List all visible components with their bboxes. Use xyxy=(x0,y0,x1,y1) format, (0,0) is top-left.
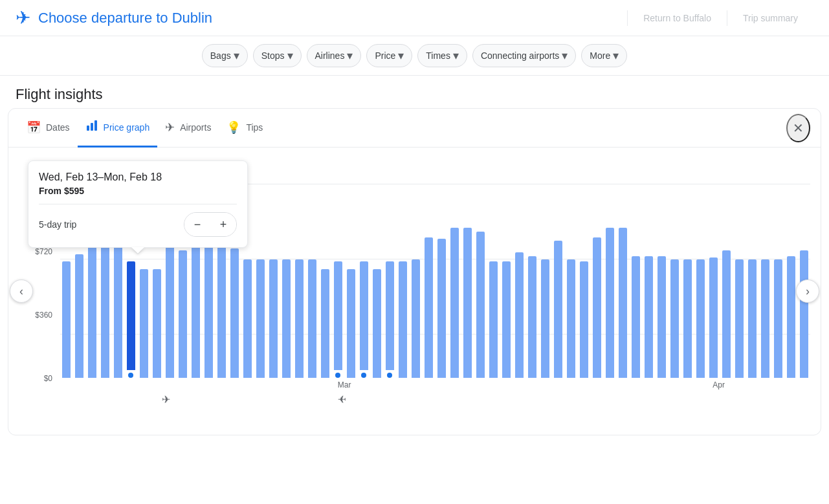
price-bar[interactable] xyxy=(269,259,278,378)
filter-stops[interactable]: Stops ▾ xyxy=(253,44,302,67)
bar-group[interactable] xyxy=(656,256,667,378)
price-bar[interactable] xyxy=(62,261,71,378)
bar-group[interactable] xyxy=(371,269,382,378)
bar-group[interactable] xyxy=(759,259,771,378)
bar-group[interactable] xyxy=(681,259,693,378)
bar-group[interactable] xyxy=(448,228,460,378)
bar-group[interactable] xyxy=(539,259,551,378)
price-bar[interactable] xyxy=(204,245,213,378)
bar-group[interactable] xyxy=(267,259,279,378)
price-bar[interactable] xyxy=(179,250,187,378)
chart-nav-right[interactable]: › xyxy=(796,279,819,303)
bar-group[interactable] xyxy=(436,239,447,378)
bar-group[interactable] xyxy=(397,261,408,378)
price-bar[interactable] xyxy=(683,259,692,378)
bar-group[interactable] xyxy=(293,259,305,378)
price-bar[interactable] xyxy=(515,252,524,378)
bar-group[interactable] xyxy=(526,256,538,378)
price-bar[interactable] xyxy=(230,248,239,378)
price-bar[interactable] xyxy=(800,250,808,378)
bar-group[interactable] xyxy=(86,232,98,378)
bar-group[interactable] xyxy=(151,269,162,378)
filter-price[interactable]: Price ▾ xyxy=(366,44,412,67)
price-bar[interactable] xyxy=(787,256,795,378)
bar-group[interactable] xyxy=(798,250,810,378)
stepper-plus-button[interactable]: + xyxy=(210,213,236,236)
nav-return-buffalo[interactable]: Return to Buffalo xyxy=(628,0,727,36)
bar-group[interactable] xyxy=(694,259,706,378)
bar-group[interactable] xyxy=(177,250,188,378)
price-bar[interactable] xyxy=(386,261,394,370)
chart-nav-left[interactable]: ‹ xyxy=(10,279,33,303)
price-bar[interactable] xyxy=(399,261,407,378)
bar-group[interactable] xyxy=(410,259,421,378)
bar-group[interactable] xyxy=(138,269,149,378)
bar-group[interactable] xyxy=(73,254,85,378)
price-bar[interactable] xyxy=(321,269,329,378)
bar-group[interactable] xyxy=(733,259,745,378)
price-bar[interactable] xyxy=(425,237,433,378)
bar-group[interactable] xyxy=(332,261,344,378)
price-bar[interactable] xyxy=(256,259,265,378)
price-bar[interactable] xyxy=(412,259,420,378)
stepper-minus-button[interactable]: − xyxy=(184,213,210,236)
bar-group[interactable] xyxy=(164,239,175,378)
bar-group[interactable] xyxy=(604,228,615,378)
bar-group[interactable] xyxy=(125,261,137,378)
tab-airports[interactable]: ✈ Airports xyxy=(157,110,219,146)
bar-group[interactable] xyxy=(772,259,784,378)
price-bar[interactable] xyxy=(619,228,627,378)
tab-price-graph[interactable]: Price graph xyxy=(78,109,158,148)
bar-group[interactable] xyxy=(319,269,331,378)
bar-group[interactable] xyxy=(241,259,253,378)
filter-times[interactable]: Times ▾ xyxy=(417,44,467,67)
filter-airlines[interactable]: Airlines ▾ xyxy=(307,44,362,67)
price-bar[interactable] xyxy=(463,228,472,378)
price-bar[interactable] xyxy=(554,241,562,378)
tab-tips[interactable]: 💡 Tips xyxy=(219,110,271,146)
bar-group[interactable] xyxy=(461,228,473,378)
price-bar[interactable] xyxy=(761,259,769,378)
bar-group[interactable] xyxy=(669,259,680,378)
price-bar[interactable] xyxy=(166,239,174,378)
price-bar[interactable] xyxy=(580,261,588,378)
bar-group[interactable] xyxy=(720,250,732,378)
price-bar[interactable] xyxy=(658,256,666,378)
price-bar[interactable] xyxy=(774,259,782,378)
bar-group[interactable] xyxy=(280,259,292,378)
bar-group[interactable] xyxy=(487,261,499,378)
price-bar[interactable] xyxy=(567,259,575,378)
filter-more[interactable]: More ▾ xyxy=(581,44,627,67)
price-bar[interactable] xyxy=(593,237,601,378)
bar-group[interactable] xyxy=(254,259,266,378)
bar-group[interactable] xyxy=(785,256,797,378)
price-bar[interactable] xyxy=(645,256,653,378)
bar-group[interactable] xyxy=(474,232,486,378)
price-bar[interactable] xyxy=(192,243,200,378)
price-bar[interactable] xyxy=(88,232,96,378)
bar-group[interactable] xyxy=(384,261,395,378)
bar-group[interactable] xyxy=(190,243,201,378)
bar-group[interactable] xyxy=(746,259,758,378)
price-bar[interactable] xyxy=(437,239,446,378)
price-bar[interactable] xyxy=(696,259,705,378)
price-bar[interactable] xyxy=(308,259,316,378)
price-bar[interactable] xyxy=(334,261,342,370)
price-bar[interactable] xyxy=(735,259,744,378)
bar-group[interactable] xyxy=(423,237,434,378)
bar-group[interactable] xyxy=(707,257,719,378)
bar-group[interactable] xyxy=(500,261,512,378)
price-bar[interactable] xyxy=(360,261,368,370)
bar-group[interactable] xyxy=(306,259,318,378)
price-bar[interactable] xyxy=(748,259,757,378)
close-button[interactable]: ✕ xyxy=(786,114,810,142)
price-bar[interactable] xyxy=(153,269,161,378)
price-bar[interactable] xyxy=(295,259,304,378)
bar-group[interactable] xyxy=(630,256,641,378)
price-bar[interactable] xyxy=(528,256,536,378)
price-bar[interactable] xyxy=(541,259,549,378)
price-bar[interactable] xyxy=(450,228,459,378)
price-bar[interactable] xyxy=(502,261,511,378)
bar-group[interactable] xyxy=(552,241,564,378)
price-bar[interactable] xyxy=(75,254,83,378)
